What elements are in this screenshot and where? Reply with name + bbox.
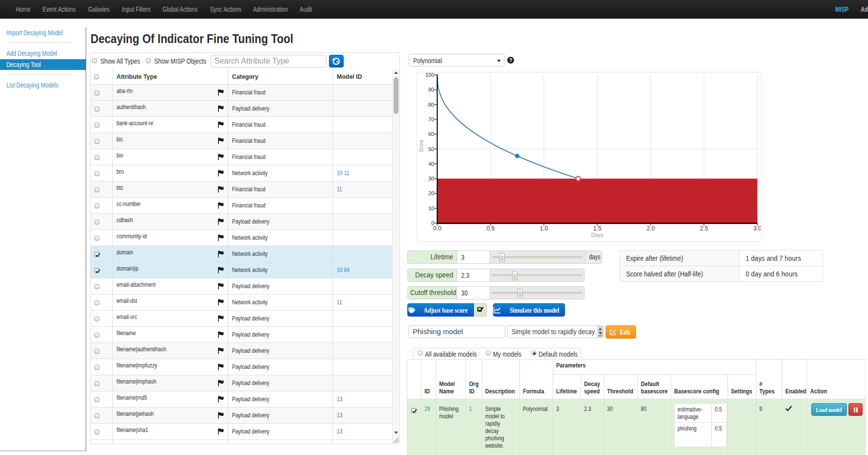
svg-text:Score: Score [419, 139, 424, 153]
svg-text:20: 20 [428, 190, 434, 196]
svg-text:10: 10 [428, 205, 434, 211]
svg-text:70: 70 [428, 116, 434, 122]
svg-text:60: 60 [428, 131, 434, 137]
svg-text:30: 30 [428, 176, 434, 182]
svg-text:0.0: 0.0 [433, 225, 442, 232]
svg-text:50: 50 [428, 146, 434, 152]
svg-text:1.5: 1.5 [593, 225, 602, 232]
svg-text:80: 80 [428, 102, 434, 108]
svg-text:0.5: 0.5 [487, 225, 495, 232]
svg-text:1.0: 1.0 [540, 225, 548, 232]
svg-text:3.0: 3.0 [753, 225, 761, 232]
svg-text:Days: Days [591, 232, 604, 238]
svg-text:2.0: 2.0 [647, 225, 655, 232]
svg-text:2.5: 2.5 [700, 225, 708, 232]
svg-text:100: 100 [425, 72, 434, 78]
svg-text:?: ? [509, 58, 512, 63]
svg-text:90: 90 [428, 87, 434, 92]
svg-text:40: 40 [428, 161, 434, 167]
